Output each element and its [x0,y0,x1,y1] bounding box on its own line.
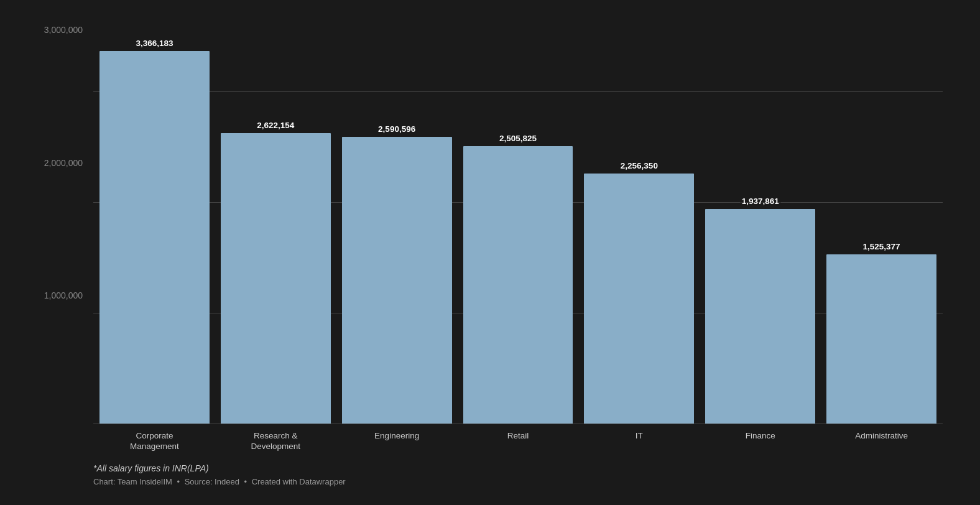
footer-salary-note: *All salary figures in INR(LPA) [93,463,943,473]
bar-group: 2,622,154 [221,25,331,424]
x-axis-labels: CorporateManagementResearch &Development… [93,424,943,452]
bar [221,133,331,424]
x-axis-label: Administrative [826,430,936,452]
bar-group: 2,256,350 [584,25,694,424]
x-axis-label: Research &Development [221,430,331,452]
y-axis-label: 3,000,000 [37,25,90,35]
x-axis-label: IT [584,430,694,452]
bar [826,254,936,424]
chart-container: 3,000,0002,000,0001,000,000 3,366,1832,6… [0,0,980,505]
bars-row: 3,366,1832,622,1542,590,5962,505,8252,25… [93,25,943,424]
bar-value-label: 1,525,377 [861,241,902,252]
grid-and-bars: 3,000,0002,000,0001,000,000 3,366,1832,6… [37,25,943,424]
y-axis-labels: 3,000,0002,000,0001,000,000 [37,25,90,424]
credit-source: Source: Indeed [185,477,239,486]
bar-group: 2,505,825 [463,25,573,424]
bar-value-label: 1,937,861 [740,196,781,206]
bar [705,209,815,424]
bar-group: 1,525,377 [826,25,936,424]
credit-team: Chart: Team InsideIIM [93,477,172,486]
x-axis-label: Finance [705,430,815,452]
y-axis-label: 2,000,000 [37,158,90,168]
bar-value-label: 2,505,825 [497,133,539,144]
chart-body: 3,366,1832,622,1542,590,5962,505,8252,25… [93,25,943,424]
bar-group: 1,937,861 [705,25,815,424]
chart-area: 3,000,0002,000,0001,000,000 3,366,1832,6… [37,25,943,452]
bar [584,174,694,424]
bar-value-label: 2,256,350 [619,160,660,171]
footer-credit: Chart: Team InsideIIM • Source: Indeed •… [93,477,943,486]
y-axis-label: 1,000,000 [37,290,90,300]
bar [463,146,573,424]
x-axis-label: Retail [463,430,573,452]
bar [342,137,452,424]
bar-group: 2,590,596 [342,25,452,424]
credit-tool: Created with Datawrapper [252,477,346,486]
bar-value-label: 2,622,154 [255,120,296,131]
bar-value-label: 2,590,596 [376,124,417,134]
x-axis-label: Engineering [342,430,452,452]
bar-group: 3,366,183 [99,25,210,424]
bar-value-label: 3,366,183 [134,38,175,49]
x-axis-label: CorporateManagement [99,430,210,452]
grid-line [93,424,943,424]
footer: *All salary figures in INR(LPA) Chart: T… [37,463,943,486]
bar [99,51,210,424]
